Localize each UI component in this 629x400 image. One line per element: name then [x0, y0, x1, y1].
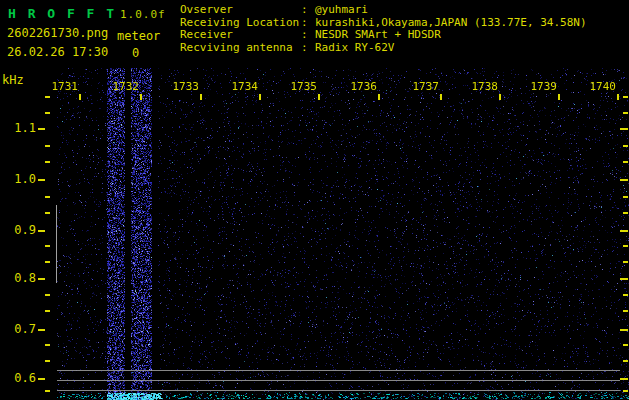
freq-axis-unit-label: kHz — [2, 73, 24, 87]
time-tick-mark — [79, 94, 81, 100]
freq-major-tick — [38, 179, 45, 181]
freq-minor-tick — [45, 112, 50, 114]
time-tick-label: 1735 — [289, 80, 317, 93]
time-tick-label: 1732 — [111, 80, 139, 93]
freq-major-tick-right — [620, 378, 628, 380]
freq-minor-tick-right — [623, 96, 628, 98]
time-tick-mark — [499, 94, 501, 100]
freq-minor-tick-right — [623, 344, 628, 346]
freq-tick-label: 1.0 — [0, 172, 36, 186]
freq-tick-label: 0.9 — [0, 223, 36, 237]
time-tick-mark — [140, 94, 142, 100]
freq-minor-tick-right — [623, 294, 628, 296]
freq-minor-tick-right — [623, 310, 628, 312]
freq-minor-tick-right — [623, 261, 628, 263]
time-tick-mark — [259, 94, 261, 100]
time-tick-label: 1737 — [411, 80, 439, 93]
freq-minor-tick — [45, 261, 50, 263]
freq-minor-tick-right — [623, 212, 628, 214]
freq-tick-label: 0.8 — [0, 271, 36, 285]
freq-major-tick — [38, 278, 45, 280]
time-tick-mark — [617, 94, 619, 100]
freq-major-tick-right — [620, 329, 628, 331]
freq-minor-tick — [45, 145, 50, 147]
freq-major-tick-right — [620, 230, 628, 232]
freq-minor-tick-right — [623, 360, 628, 362]
freq-minor-tick-right — [623, 245, 628, 247]
freq-major-tick — [38, 128, 45, 130]
freq-tick-label: 1.1 — [0, 121, 36, 135]
freq-minor-tick-right — [623, 161, 628, 163]
freq-major-tick-right — [620, 278, 628, 280]
freq-minor-tick — [45, 196, 50, 198]
freq-major-tick-right — [620, 128, 628, 130]
time-tick-label: 1736 — [349, 80, 377, 93]
spectrogram-plot: kHz 173117321733173417351736173717381739… — [0, 0, 629, 400]
freq-tick-label: 0.7 — [0, 322, 36, 336]
freq-minor-tick — [45, 310, 50, 312]
freq-minor-tick — [45, 161, 50, 163]
time-tick-label: 1733 — [171, 80, 199, 93]
freq-minor-tick-right — [623, 145, 628, 147]
freq-minor-tick — [45, 360, 50, 362]
freq-minor-tick — [45, 212, 50, 214]
time-tick-mark — [378, 94, 380, 100]
calibration-marker-line — [56, 205, 57, 283]
freq-minor-tick — [45, 344, 50, 346]
time-tick-label: 1738 — [470, 80, 498, 93]
time-tick-label: 1740 — [588, 80, 616, 93]
freq-tick-label: 0.6 — [0, 371, 36, 385]
time-tick-label: 1739 — [529, 80, 557, 93]
freq-minor-tick — [45, 294, 50, 296]
freq-major-tick — [38, 230, 45, 232]
freq-minor-tick-right — [623, 112, 628, 114]
freq-major-tick — [38, 329, 45, 331]
freq-minor-tick — [45, 96, 50, 98]
freq-minor-tick — [45, 390, 50, 392]
freq-minor-tick-right — [623, 390, 628, 392]
freq-major-tick-right — [620, 179, 628, 181]
freq-minor-tick — [45, 245, 50, 247]
time-tick-label: 1734 — [230, 80, 258, 93]
freq-minor-tick-right — [623, 196, 628, 198]
time-tick-label: 1731 — [50, 80, 78, 93]
time-tick-mark — [200, 94, 202, 100]
time-tick-mark — [318, 94, 320, 100]
spectrogram-canvas — [57, 68, 629, 400]
time-tick-mark — [558, 94, 560, 100]
freq-major-tick — [38, 378, 45, 380]
hrofft-screen: H R O F F T 1.0.0f 2602261730.png meteor… — [0, 0, 629, 400]
time-tick-mark — [440, 94, 442, 100]
